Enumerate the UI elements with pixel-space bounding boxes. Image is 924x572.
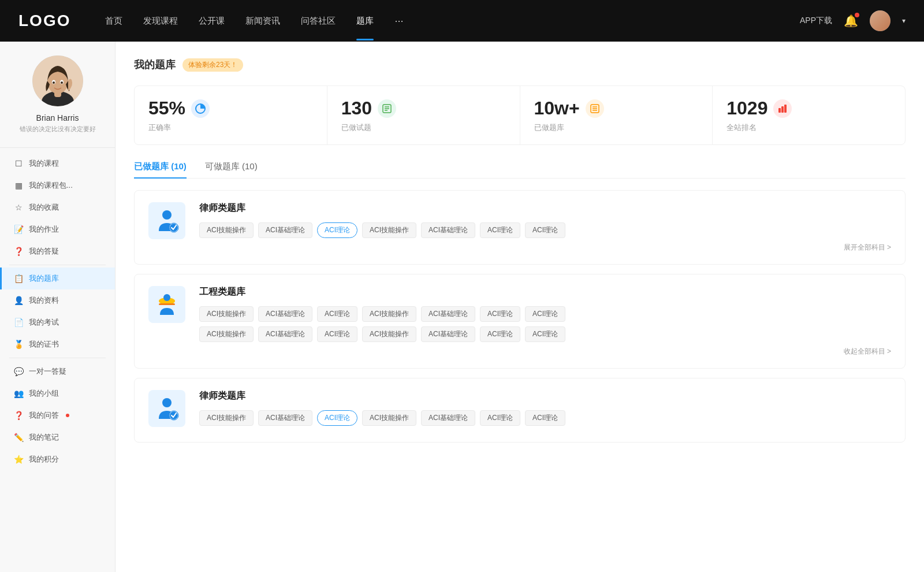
chevron-down-icon[interactable]: ▾ (902, 17, 906, 25)
group-icon: 👥 (14, 389, 23, 398)
tag-item[interactable]: ACI理论 (525, 306, 565, 322)
sidebar-item-exam[interactable]: 📄 我的考试 (0, 311, 115, 333)
engineer-category-name: 工程类题库 (199, 286, 891, 298)
tab-done-banks[interactable]: 已做题库 (10) (134, 161, 187, 178)
tag-item[interactable]: ACI理论 (480, 222, 520, 238)
collapse-link-1[interactable]: 收起全部科目 > (199, 347, 891, 356)
nav-qa[interactable]: 问答社区 (301, 16, 336, 27)
sidebar-item-course-package[interactable]: ▦ 我的课程包... (0, 174, 115, 196)
tag-item[interactable]: ACI技能操作 (199, 410, 254, 426)
tag-item[interactable]: ACI基础理论 (421, 410, 475, 426)
sidebar-item-questions[interactable]: ❓ 我的答疑 (0, 240, 115, 262)
nav-more[interactable]: ··· (394, 15, 403, 27)
tag-item[interactable]: ACI理论 (525, 410, 565, 426)
app-download-button[interactable]: APP下载 (800, 16, 832, 26)
tag-item[interactable]: ACI基础理论 (421, 326, 475, 342)
tabs-row: 已做题库 (10) 可做题库 (10) (134, 161, 906, 179)
tag-item[interactable]: ACI技能操作 (362, 222, 416, 238)
tag-item[interactable]: ACI理论 (480, 306, 520, 322)
stat-done-questions-number: 130 (341, 98, 372, 119)
lawyer-tags-row-2: ACI技能操作 ACI基础理论 ACI理论 ACI技能操作 ACI基础理论 AC… (199, 410, 891, 426)
stat-done-questions-row: 130 (341, 98, 506, 119)
nav-discover[interactable]: 发现课程 (143, 16, 178, 27)
sidebar-item-exam-bank[interactable]: 📋 我的题库 (0, 268, 115, 289)
category-card-engineer: 工程类题库 ACI技能操作 ACI基础理论 ACI理论 ACI技能操作 ACI基… (134, 274, 906, 369)
profile-section: Brian Harris 错误的决定比没有决定要好 (0, 55, 115, 148)
stat-rank-row: 1029 (726, 98, 891, 119)
lawyer-icon-1 (148, 202, 185, 239)
tag-item[interactable]: ACI理论 (480, 410, 520, 426)
tag-item[interactable]: ACI技能操作 (362, 326, 416, 342)
tag-item[interactable]: ACI技能操作 (199, 326, 254, 342)
notification-button[interactable]: 🔔 (844, 14, 858, 28)
sidebar-item-my-courses[interactable]: ☐ 我的课程 (0, 153, 115, 174)
nav-home[interactable]: 首页 (105, 16, 122, 27)
sidebar-item-favorites[interactable]: ☆ 我的收藏 (0, 196, 115, 218)
sidebar-menu: ☐ 我的课程 ▦ 我的课程包... ☆ 我的收藏 📝 我的作业 ❓ 我的答疑 📋 (0, 148, 115, 475)
stat-done-questions: 130 已做试题 (327, 86, 520, 144)
page-header: 我的题库 体验剩余23天！ (134, 58, 906, 72)
sidebar-item-group[interactable]: 👥 我的小组 (0, 382, 115, 404)
profile-name: Brian Harris (36, 113, 79, 122)
stat-rank-label: 全站排名 (726, 122, 891, 133)
tag-item[interactable]: ACI技能操作 (362, 306, 416, 322)
tag-item[interactable]: ACI理论 (525, 326, 565, 342)
tag-item[interactable]: ACI技能操作 (199, 222, 254, 238)
qa-icon: ❓ (14, 411, 23, 420)
tag-item[interactable]: ACI基础理论 (258, 222, 312, 238)
divider-1 (9, 265, 106, 265)
tag-item[interactable]: ACI基础理论 (258, 410, 312, 426)
notes-icon: ✏️ (14, 433, 23, 442)
sidebar-item-profile[interactable]: 👤 我的资料 (0, 289, 115, 311)
nav-open-course[interactable]: 公开课 (199, 16, 225, 27)
sidebar-item-one-on-one[interactable]: 💬 一对一答疑 (0, 361, 115, 382)
unread-dot (66, 414, 69, 417)
cert-icon: 🏅 (14, 340, 23, 349)
homework-icon: 📝 (14, 225, 23, 234)
sidebar-item-homework[interactable]: 📝 我的作业 (0, 218, 115, 240)
sidebar-item-points[interactable]: ⭐ 我的积分 (0, 448, 115, 470)
star-icon: ☆ (14, 203, 23, 212)
tag-item[interactable]: ACI理论 (480, 326, 520, 342)
expand-link-1[interactable]: 展开全部科目 > (199, 243, 891, 252)
svg-point-7 (61, 81, 63, 84)
lawyer-category-body-1: 律师类题库 ACI技能操作 ACI基础理论 ACI理论 ACI技能操作 ACI基… (199, 202, 891, 252)
tag-item[interactable]: ACI技能操作 (199, 306, 254, 322)
stats-row: 55% 正确率 130 (134, 86, 906, 145)
sidebar-item-my-qa[interactable]: ❓ 我的问答 (0, 404, 115, 426)
notification-dot (855, 13, 859, 17)
avatar[interactable] (870, 10, 891, 31)
stat-done-banks-number: 10w+ (534, 98, 580, 119)
tag-item[interactable]: ACI理论 (525, 222, 565, 238)
tag-item[interactable]: ACI基础理论 (258, 306, 312, 322)
question-icon: ❓ (14, 247, 23, 256)
tag-item[interactable]: ACI基础理论 (258, 326, 312, 342)
tag-item[interactable]: ACI理论 (317, 306, 357, 322)
svg-rect-25 (159, 303, 175, 305)
sidebar-item-certificate[interactable]: 🏅 我的证书 (0, 333, 115, 355)
sidebar-item-notes[interactable]: ✏️ 我的笔记 (0, 426, 115, 448)
engineer-icon (148, 286, 185, 323)
lawyer-category-body-2: 律师类题库 ACI技能操作 ACI基础理论 ACI理论 ACI技能操作 ACI基… (199, 390, 891, 430)
tag-item-active[interactable]: ACI理论 (317, 222, 357, 238)
stat-accuracy: 55% 正确率 (135, 86, 327, 144)
tag-item[interactable]: ACI基础理论 (421, 222, 475, 238)
tag-item[interactable]: ACI基础理论 (421, 306, 475, 322)
stat-done-questions-label: 已做试题 (341, 122, 506, 133)
tab-available-banks[interactable]: 可做题库 (10) (205, 161, 258, 178)
done-banks-icon (586, 99, 604, 118)
course-icon: ☐ (14, 159, 23, 168)
logo[interactable]: LOGO (18, 12, 70, 30)
engineer-category-body: 工程类题库 ACI技能操作 ACI基础理论 ACI理论 ACI技能操作 ACI基… (199, 286, 891, 356)
stat-accuracy-row: 55% (148, 98, 313, 119)
nav-exam[interactable]: 题库 (356, 16, 374, 27)
category-card-lawyer-2: 律师类题库 ACI技能操作 ACI基础理论 ACI理论 ACI技能操作 ACI基… (134, 378, 906, 443)
lawyer-category-name-1: 律师类题库 (199, 202, 891, 214)
tag-item[interactable]: ACI技能操作 (362, 410, 416, 426)
tag-item-active[interactable]: ACI理论 (317, 410, 357, 426)
trial-badge: 体验剩余23天！ (182, 58, 243, 72)
tag-item[interactable]: ACI理论 (317, 326, 357, 342)
svg-rect-18 (781, 106, 784, 113)
nav-news[interactable]: 新闻资讯 (245, 16, 280, 27)
navbar: LOGO 首页 发现课程 公开课 新闻资讯 问答社区 题库 ··· APP下载 … (0, 0, 924, 42)
